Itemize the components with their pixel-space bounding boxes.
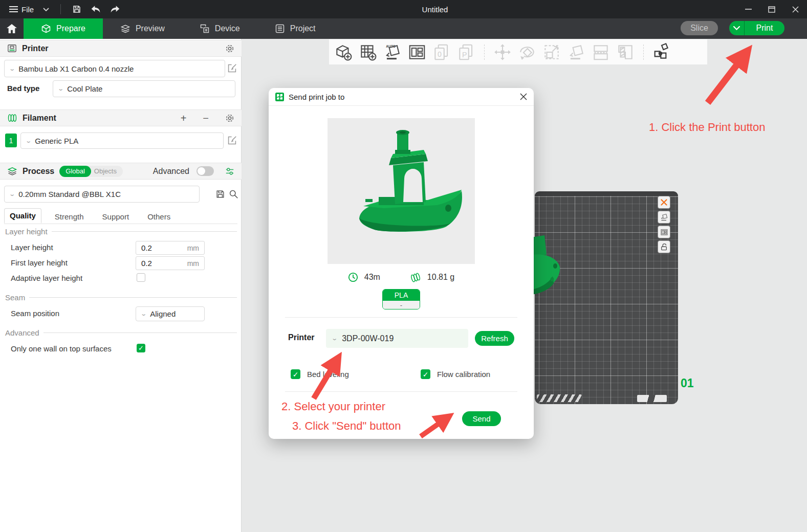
file-menu-dropdown[interactable]	[40, 6, 52, 13]
chevron-down-icon: ⌄	[140, 311, 147, 317]
split-to-objects-button[interactable]	[590, 41, 612, 63]
paste-button[interactable]: P	[455, 41, 477, 63]
printer-model-value: Bambu Lab X1 Carbon 0.4 nozzle	[18, 64, 134, 73]
svg-text:AUTO: AUTO	[386, 44, 396, 48]
window-title: Untitled	[358, 5, 512, 14]
first-layer-height-input[interactable]: 0.2 mm	[136, 256, 205, 270]
delete-plate-button[interactable]	[658, 196, 670, 209]
home-button[interactable]	[0, 18, 24, 39]
remove-filament-button[interactable]: −	[203, 113, 209, 123]
prepare-sidebar: Printer ⌄ Bambu Lab X1 Carbon 0.4 nozzle…	[0, 39, 242, 532]
print-button-label: Print	[745, 21, 784, 35]
tab-prepare[interactable]: Prepare	[24, 18, 103, 39]
filament-settings-gear-icon[interactable]	[225, 114, 234, 123]
auto-orient-button[interactable]: AUTO	[381, 41, 404, 63]
device-monitor-icon	[200, 24, 210, 34]
save-button[interactable]	[69, 3, 84, 16]
layer-height-input[interactable]: 0.2 mm	[136, 241, 205, 255]
chevron-down-icon: ⌄	[25, 138, 32, 144]
arrange-button[interactable]	[406, 41, 428, 63]
minimize-button[interactable]	[736, 0, 760, 18]
tab-support[interactable]: Support	[97, 210, 135, 224]
advanced-toggle-label: Advanced	[153, 167, 189, 176]
slice-button[interactable]: Slice	[681, 21, 718, 35]
add-model-button[interactable]	[332, 41, 355, 63]
print-dropdown-chevron[interactable]	[729, 21, 745, 35]
adaptive-layer-height-checkbox[interactable]	[137, 273, 145, 282]
printer-device-icon	[7, 44, 17, 53]
split-to-parts-button[interactable]	[614, 41, 637, 63]
bed-type-value: Cool Plate	[67, 84, 102, 93]
process-preset-select[interactable]: ⌄ 0.20mm Standard @BBL X1C	[4, 186, 200, 203]
filament-type-badge[interactable]: PLA -	[382, 289, 420, 309]
process-scope-switch: Global Objects	[59, 166, 123, 177]
maximize-button[interactable]	[760, 0, 783, 18]
close-button[interactable]	[783, 0, 807, 18]
bed-leveling-label: Bed leveling	[307, 370, 349, 379]
plate-top-rail	[535, 191, 678, 196]
filament-section-title: Filament	[23, 114, 56, 123]
dialog-close-icon[interactable]	[520, 93, 527, 100]
chevron-down-icon: ⌄	[9, 191, 15, 197]
move-tool-button[interactable]	[491, 41, 514, 63]
search-preset-icon[interactable]	[229, 189, 238, 199]
tab-quality[interactable]: Quality	[4, 208, 41, 224]
refresh-button[interactable]: Refresh	[475, 331, 514, 346]
seam-position-select[interactable]: ⌄ Aligned	[136, 306, 205, 321]
send-print-job-dialog: Send print job to	[269, 88, 534, 439]
send-button[interactable]: Send	[462, 411, 501, 426]
titlebar-divider	[60, 4, 61, 14]
printer-field-label: Printer	[288, 333, 315, 342]
undo-button[interactable]	[88, 3, 104, 15]
copy-button[interactable]: 0	[430, 41, 453, 63]
redo-button[interactable]	[107, 3, 123, 15]
only-one-wall-checkbox[interactable]: ✓	[137, 344, 145, 352]
arrange-plate-button[interactable]	[658, 226, 670, 238]
tab-project-label: Project	[290, 24, 316, 33]
print-time-value: 43m	[364, 273, 380, 282]
scope-global-button[interactable]: Global	[59, 166, 91, 177]
build-plate[interactable]	[535, 191, 678, 404]
advanced-toggle[interactable]	[197, 166, 214, 176]
printer-dropdown[interactable]: ⌄ 3DP-00W-019	[326, 329, 468, 348]
filament-slot-badge[interactable]: 1	[5, 134, 17, 147]
hamburger-icon	[9, 6, 18, 13]
rotate-tool-button[interactable]	[516, 41, 538, 63]
flow-calibration-checkbox[interactable]: ✓	[421, 369, 430, 379]
tab-preview[interactable]: Preview	[103, 18, 182, 39]
add-filament-button[interactable]: +	[181, 113, 187, 123]
filament-weight-value: 10.81 g	[427, 273, 454, 282]
adaptive-layer-height-label: Adaptive layer height	[11, 274, 82, 282]
title-bar: File Untitled	[0, 0, 807, 18]
lay-on-face-button[interactable]	[565, 41, 587, 63]
tab-device[interactable]: Device	[182, 18, 257, 39]
file-menu-button[interactable]: File	[6, 3, 37, 16]
bed-type-select[interactable]: ⌄ Cool Plate	[53, 80, 235, 97]
viewport-toolbar: AUTO 0 P	[329, 39, 707, 64]
auto-orient-plate-button[interactable]	[658, 211, 670, 224]
scale-tool-button[interactable]	[540, 41, 563, 63]
save-preset-icon[interactable]	[215, 189, 225, 199]
scope-objects-button[interactable]: Objects	[91, 167, 123, 175]
edit-printer-icon[interactable]	[227, 63, 237, 73]
printer-model-select[interactable]: ⌄ Bambu Lab X1 Carbon 0.4 nozzle	[4, 60, 225, 77]
filament-select[interactable]: ⌄ Generic PLA	[20, 132, 224, 149]
seam-position-value: Aligned	[150, 309, 176, 318]
preview-layers-icon	[120, 24, 130, 34]
assembly-view-button[interactable]	[650, 41, 673, 63]
print-button[interactable]: Print	[729, 21, 784, 35]
file-menu-label: File	[21, 5, 34, 14]
add-plate-button[interactable]	[357, 41, 379, 63]
parameter-tune-icon[interactable]	[225, 167, 234, 176]
tab-others[interactable]: Others	[142, 210, 176, 224]
chevron-down-icon: ⌄	[9, 66, 15, 72]
tab-strength[interactable]: Strength	[50, 210, 89, 224]
arrow-to-print-button	[708, 52, 747, 103]
tab-project[interactable]: Project	[257, 18, 333, 39]
bambu-studio-window: File Untitled	[0, 0, 807, 532]
bed-leveling-checkbox[interactable]: ✓	[291, 369, 300, 379]
edit-filament-icon[interactable]	[227, 136, 237, 145]
benchy-model-on-plate[interactable]	[531, 234, 566, 298]
printer-settings-gear-icon[interactable]	[225, 44, 234, 53]
lock-plate-button[interactable]	[658, 240, 670, 253]
